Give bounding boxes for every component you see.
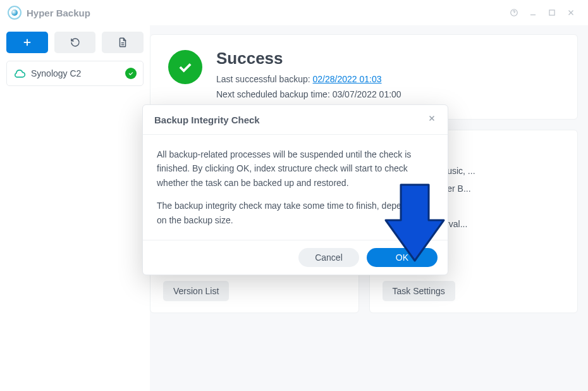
app-window: Hyper Backup [0, 0, 588, 391]
next-backup-value: 03/07/2022 01:00 [333, 89, 401, 99]
last-backup-link[interactable]: 02/28/2022 01:03 [313, 74, 382, 84]
success-icon [168, 50, 202, 84]
task-status-ok-icon [125, 68, 137, 79]
integrity-check-dialog: Backup Integrity Check All backup-relate… [142, 104, 448, 275]
version-list-button[interactable]: Version List [163, 281, 229, 301]
ok-button[interactable]: OK [367, 248, 438, 267]
sidebar: Synology C2 [0, 25, 150, 391]
cancel-button[interactable]: Cancel [298, 248, 359, 267]
minimize-button[interactable] [524, 3, 542, 22]
cloud-icon [13, 67, 26, 80]
backup-task-item[interactable]: Synology C2 [6, 61, 144, 86]
close-window-button[interactable] [561, 3, 580, 22]
dialog-text-1: All backup-related processes will be sus… [157, 147, 434, 190]
help-button[interactable] [505, 3, 524, 22]
titlebar: Hyper Backup [0, 0, 588, 25]
dialog-close-button[interactable] [427, 114, 436, 125]
next-backup-line: Next scheduled backup time: 03/07/2022 0… [216, 87, 401, 102]
dialog-text-2: The backup integrity check may take some… [157, 199, 434, 227]
restore-button[interactable] [54, 32, 96, 53]
last-backup-label: Last successful backup: [216, 74, 313, 84]
status-title: Success [216, 49, 401, 68]
log-button[interactable] [102, 32, 144, 53]
dialog-title: Backup Integrity Check [154, 115, 260, 125]
add-task-button[interactable] [6, 32, 48, 53]
last-backup-line: Last successful backup: 02/28/2022 01:03 [216, 72, 401, 87]
app-icon [8, 6, 21, 20]
svg-point-1 [514, 14, 515, 15]
task-settings-button[interactable]: Task Settings [383, 281, 455, 301]
maximize-button[interactable] [542, 3, 561, 22]
app-title: Hyper Backup [27, 8, 90, 18]
svg-rect-3 [549, 10, 554, 15]
backup-task-label: Synology C2 [31, 68, 81, 78]
next-backup-label: Next scheduled backup time: [216, 89, 333, 99]
